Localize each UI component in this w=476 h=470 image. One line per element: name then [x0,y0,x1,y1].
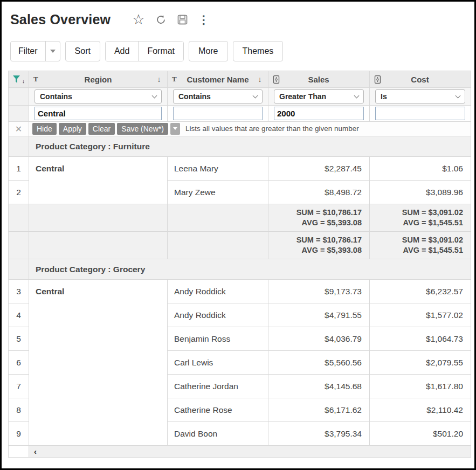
filter-dropdown-arrow[interactable] [45,42,60,61]
cost-value-cell: $6,232.57 [370,280,471,303]
sales-value-cell: $2,287.45 [268,157,370,181]
cost-value-cell: $1,064.73 [370,327,471,351]
table-row[interactable]: 1CentralLeena Mary$2,287.45$1.06 [9,157,471,181]
filter-actions-row: ✕ Hide Apply Clear Save (New*) Lists all… [9,122,471,136]
horizontal-scrollbar-row: ‹ [9,446,471,458]
cost-value-cell: $1,577.02 [370,303,471,327]
summary-gutter-cell [9,232,29,259]
region-filter-input[interactable] [35,107,162,120]
customer-operator-value: Contains [178,92,211,101]
sales-operator-select[interactable]: Greater Than [274,89,364,103]
filter-button[interactable]: Filter [10,41,60,61]
summary-line: AVG = $5,393.08 [268,218,362,228]
row-number-cell: 4 [9,303,29,327]
filter-operator-row: Contains Contains Greater Than Is [9,88,471,106]
triangle-down-icon [173,127,177,130]
sort-button[interactable]: Sort [65,41,100,61]
scrollbar-corner [9,446,29,458]
column-label-customer-name: Customer Name [180,75,256,84]
horizontal-scrollbar[interactable]: ‹ [29,446,471,458]
data-grid: ↓ T Region ↓ T Customer Name ↓ [8,71,471,458]
summary-line: SUM = $3,091.02 [370,208,463,218]
cost-value-cell: $501.20 [370,422,471,446]
sales-value-cell: $4,791.55 [268,303,370,327]
column-header-sales[interactable]: Sales [268,71,370,88]
customer-filter-input[interactable] [173,107,263,120]
scroll-left-arrow-icon[interactable]: ‹ [34,447,37,456]
sort-desc-icon[interactable]: ↓ [256,75,264,84]
filter-value-row [9,106,471,122]
summary-region-cell [29,232,168,259]
summary-region-cell [29,204,168,232]
funnel-sort-arrow-icon: ↓ [22,78,25,84]
filter-button-label[interactable]: Filter [11,42,45,61]
customer-operator-select[interactable]: Contains [173,89,263,103]
more-button[interactable]: More [189,41,227,61]
group-gutter-cell [9,136,29,157]
save-dropdown-arrow[interactable] [170,123,180,135]
chevron-down-icon [354,93,360,99]
cost-summary-cell: SUM = $3,091.02AVG = $1,545.51 [370,232,471,259]
sort-desc-icon[interactable]: ↓ [155,75,163,84]
cost-operator-value: Is [381,92,387,101]
summary-customer-cell [168,232,268,259]
row-number-cell: 7 [9,375,29,398]
summary-gutter-cell [9,204,29,232]
customer-name-cell: Andy Roddick [168,303,268,327]
active-filter-funnel-icon[interactable]: ↓ [9,75,29,84]
summary-line: SUM = $10,786.17 [268,208,362,218]
refresh-icon[interactable] [155,14,167,25]
sales-value-cell: $3,795.34 [268,422,370,446]
hide-button[interactable]: Hide [32,123,57,135]
summary-line: AVG = $5,393.08 [268,245,362,255]
more-options-kebab-icon[interactable]: ⋮ [198,14,210,25]
chevron-down-icon [253,93,258,99]
close-filter-icon[interactable]: ✕ [9,122,29,136]
row-number-cell: 3 [9,280,29,303]
title-bar: Sales Overview ☆ ⋮ [10,9,466,30]
summary-line: AVG = $1,545.51 [370,218,463,228]
cost-value-cell: $2,110.42 [370,398,471,422]
sales-summary-cell: SUM = $10,786.17AVG = $5,393.08 [268,232,370,259]
column-header-region[interactable]: T Region ↓ [29,71,168,88]
favorite-star-icon[interactable]: ☆ [132,12,144,26]
app-window: Sales Overview ☆ ⋮ Filter Sort Add Forma… [0,0,476,470]
sales-value-cell: $6,171.62 [268,398,370,422]
title-actions: ☆ ⋮ [132,12,209,26]
cost-value-cell: $2,079.55 [370,351,471,375]
sales-value-cell: $4,145.68 [268,375,370,398]
text-column-icon: T [172,75,180,84]
sales-filter-input[interactable] [274,107,364,120]
gutter-cell [9,106,29,122]
summary-line: SUM = $10,786.17 [268,235,362,245]
cost-filter-input[interactable] [375,107,465,120]
themes-button[interactable]: Themes [233,41,284,61]
customer-name-cell: Mary Zewe [168,181,268,204]
triangle-down-icon [50,50,56,53]
sales-value-cell: $4,036.79 [268,327,370,351]
cost-operator-select[interactable]: Is [375,89,465,103]
add-button[interactable]: Add [106,42,139,61]
clear-button[interactable]: Clear [88,123,115,135]
chevron-down-icon [456,93,461,99]
group-header-label: Product Category : Grocery [29,259,471,280]
page-title: Sales Overview [10,12,111,27]
region-cell: Central [29,157,168,204]
numeric-column-icon [374,75,381,84]
summary-line: SUM = $3,091.02 [370,235,463,245]
save-icon[interactable] [177,14,188,25]
customer-name-cell: Catherine Rose [168,398,268,422]
save-new-button[interactable]: Save (New*) [117,123,168,135]
customer-name-cell: Leena Mary [168,157,268,181]
cost-value-cell: $1.06 [370,157,471,181]
row-number-cell: 2 [9,181,29,204]
table-row[interactable]: 3CentralAndy Roddick$9,173.73$6,232.57 [9,280,471,303]
text-column-icon: T [33,75,41,84]
summary-row: SUM = $10,786.17AVG = $5,393.08SUM = $3,… [9,232,471,259]
region-operator-select[interactable]: Contains [35,89,162,103]
customer-name-cell: Benjamin Ross [168,327,268,351]
column-header-cost[interactable]: Cost [370,71,471,88]
format-button[interactable]: Format [139,42,183,61]
column-header-customer-name[interactable]: T Customer Name ↓ [168,71,268,88]
apply-button[interactable]: Apply [59,123,86,135]
